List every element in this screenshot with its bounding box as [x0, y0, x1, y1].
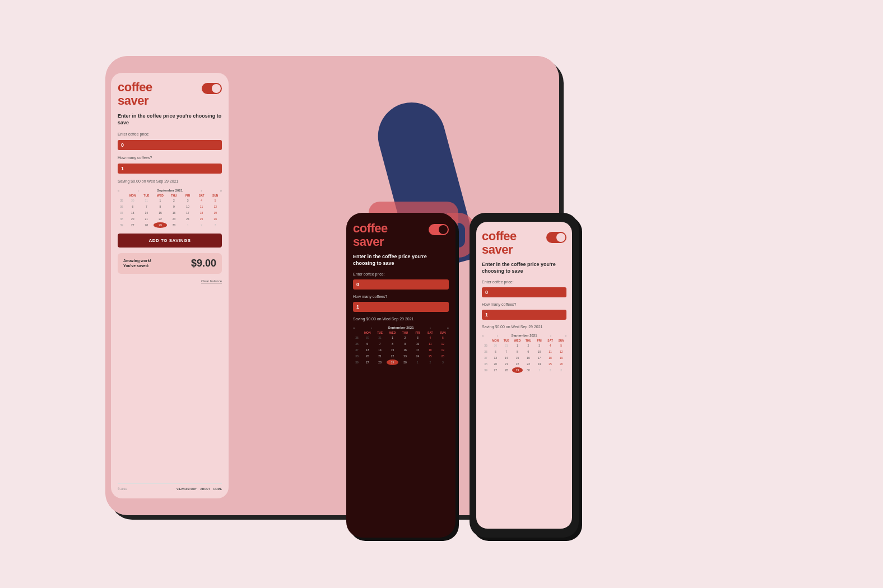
cal-cell[interactable]: 22: [154, 216, 167, 222]
tablet-app-panel: coffee saver Enter in the coffee price y…: [111, 73, 229, 498]
footer-about[interactable]: ABOUT: [200, 487, 210, 491]
cal-cell-highlighted[interactable]: 29: [154, 222, 167, 228]
cal-cell[interactable]: 16: [168, 210, 181, 216]
cal-cell[interactable]: 18: [195, 210, 208, 216]
cal-cell[interactable]: 31: [140, 198, 154, 203]
cal-cell[interactable]: 24: [181, 216, 194, 222]
footer-home[interactable]: HOME: [213, 487, 222, 491]
cal-prev-prev[interactable]: «: [482, 334, 484, 337]
cal-next-next[interactable]: »: [447, 326, 449, 329]
cal-wk-header: [118, 194, 126, 197]
phone-dark-price-input[interactable]: 0: [353, 279, 449, 290]
cal-prev[interactable]: ‹: [138, 189, 139, 192]
cal-title: September 2021: [157, 189, 183, 192]
cal-title: September 2021: [388, 326, 413, 329]
cal-fri-header: FRI: [181, 194, 194, 197]
phone-light-price-label: Enter coffee price:: [482, 280, 566, 284]
cal-week-36: 36: [118, 204, 126, 209]
cal-next-next[interactable]: »: [565, 334, 566, 337]
cal-next[interactable]: ›: [430, 326, 431, 329]
cal-cell[interactable]: 15: [154, 210, 167, 216]
cal-cell[interactable]: 4: [195, 198, 208, 203]
app-subtitle: Enter in the coffee price you're choosin…: [118, 113, 222, 126]
cal-mon-header: MON: [126, 194, 140, 197]
cal-cell[interactable]: 7: [140, 204, 154, 209]
cal-cell[interactable]: 2: [195, 222, 208, 228]
app-logo: coffee saver: [118, 81, 152, 108]
cal-cell[interactable]: 19: [208, 210, 222, 216]
cal-next[interactable]: ›: [201, 189, 202, 192]
cal-cell[interactable]: 8: [154, 204, 167, 209]
cal-cell[interactable]: 1: [181, 222, 194, 228]
savings-display: Amazing work!You've saved: $9.00: [118, 253, 222, 274]
phone-light-device: coffee saver Enter in the coffee price y…: [470, 213, 579, 538]
footer-view-history[interactable]: VIEW HISTORY: [176, 487, 197, 491]
cal-prev[interactable]: ‹: [371, 326, 372, 329]
cal-cell[interactable]: 3: [181, 198, 194, 203]
cal-tue-header: TUE: [140, 194, 154, 197]
cal-cell[interactable]: 10: [181, 204, 194, 209]
cal-cell[interactable]: 14: [140, 210, 154, 216]
phone-dark-coffees-label: How many coffees?: [353, 295, 449, 298]
cal-cell[interactable]: 5: [208, 198, 222, 203]
phone-light-saving-text: Saving $0.00 on Wed Sep 29 2021: [482, 325, 566, 329]
toggle-switch[interactable]: [202, 83, 222, 94]
phone-light-toggle[interactable]: [546, 232, 566, 243]
cal-cell[interactable]: 11: [195, 204, 208, 209]
cal-cell[interactable]: 12: [208, 204, 222, 209]
cal-cell[interactable]: 6: [126, 204, 140, 209]
cal-cell[interactable]: 28: [140, 222, 154, 228]
cal-week-39: 39: [118, 222, 126, 228]
clear-balance-button[interactable]: Clear balance: [118, 279, 222, 283]
phone-dark-toggle[interactable]: [429, 224, 449, 235]
coffee-price-input[interactable]: 0: [118, 140, 222, 150]
phone-light-coffees-input[interactable]: 1: [482, 310, 566, 320]
cal-cell[interactable]: 2: [168, 198, 181, 203]
phone-dark-device: coffee saver Enter in the coffee price y…: [346, 213, 456, 538]
cal-cell[interactable]: 21: [140, 216, 154, 222]
phone-dark-price-label: Enter coffee price:: [353, 272, 449, 276]
phone-dark-toggle-knob: [439, 225, 448, 234]
cal-cell[interactable]: 17: [181, 210, 194, 216]
copyright: © 2021: [118, 487, 127, 491]
cal-next[interactable]: ›: [550, 334, 551, 337]
cal-cell[interactable]: 20: [126, 216, 140, 222]
phone-dark-coffees-input[interactable]: 1: [353, 302, 449, 312]
phone-dark-calendar: « ‹ September 2021 › » MON TUE WED THU F…: [353, 326, 449, 365]
cal-next-next[interactable]: »: [220, 189, 222, 192]
cal-prev-prev[interactable]: «: [118, 189, 119, 192]
cal-prev-prev[interactable]: «: [353, 326, 355, 329]
phone-light-subtitle: Enter in the coffee price you're choosin…: [482, 262, 566, 274]
savings-label: Amazing work!You've saved:: [123, 258, 151, 268]
cal-cell[interactable]: 1: [154, 198, 167, 203]
cal-prev[interactable]: ‹: [497, 334, 498, 337]
cal-week-37: 37: [118, 210, 126, 216]
coffees-label: How many coffees?: [118, 156, 222, 160]
coffees-input[interactable]: 1: [118, 164, 222, 174]
cal-week-38: 38: [118, 216, 126, 222]
cal-cell[interactable]: 23: [168, 216, 181, 222]
phone-light-price-input[interactable]: 0: [482, 287, 566, 297]
phone-dark-subtitle: Enter in the coffee price you're choosin…: [353, 254, 449, 267]
cal-cell[interactable]: 30: [126, 198, 140, 203]
cal-sat-header: SAT: [195, 194, 208, 197]
phone-light-coffees-label: How many coffees?: [482, 302, 566, 306]
cal-cell[interactable]: 9: [168, 204, 181, 209]
cal-cell[interactable]: 27: [126, 222, 140, 228]
savings-amount: $9.00: [191, 258, 216, 269]
cal-cell[interactable]: 13: [126, 210, 140, 216]
cal-cell[interactable]: 26: [208, 216, 222, 222]
cal-title: September 2021: [511, 334, 537, 337]
cal-thu-header: THU: [168, 194, 181, 197]
cal-cell[interactable]: 25: [195, 216, 208, 222]
cal-cell[interactable]: 30: [168, 222, 181, 228]
toggle-knob: [212, 84, 221, 93]
phone-light-calendar: « ‹ September 2021 › » MON TUE WED THU F…: [482, 334, 566, 373]
add-to-savings-button[interactable]: ADD TO SAVINGS: [118, 234, 222, 248]
coffee-price-label: Enter coffee price:: [118, 132, 222, 136]
cal-cell[interactable]: 3: [208, 222, 222, 228]
phone-dark-logo: coffee saver: [353, 222, 388, 249]
saving-text: Saving $0.00 on Wed Sep 29 2021: [118, 179, 222, 183]
phone-dark-saving-text: Saving $0.00 on Wed Sep 29 2021: [353, 317, 449, 321]
phone-light-toggle-knob: [556, 233, 565, 242]
